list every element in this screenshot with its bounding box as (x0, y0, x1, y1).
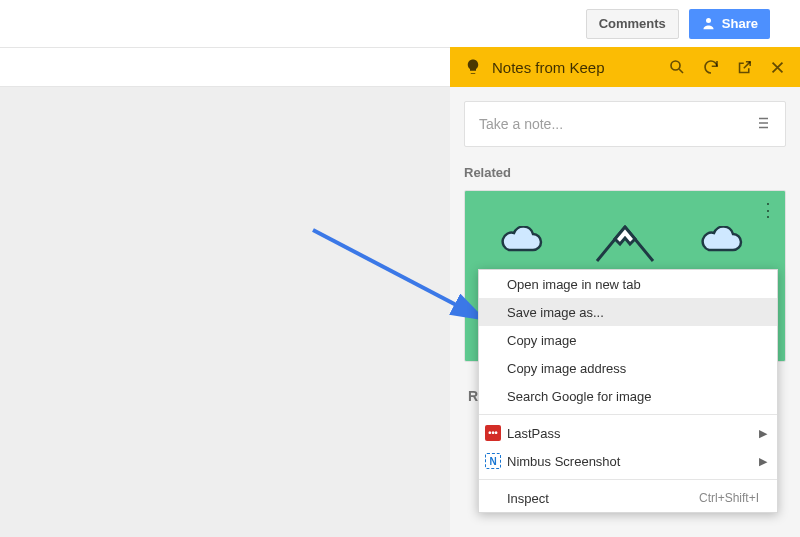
related-label: Related (464, 165, 786, 180)
refresh-icon[interactable] (702, 58, 720, 76)
menu-lastpass[interactable]: ••• LastPass ▶ (479, 419, 777, 447)
keep-header: Notes from Keep (450, 47, 800, 87)
share-button[interactable]: Share (689, 9, 770, 39)
annotation-arrow (308, 225, 498, 335)
truncated-section-label: R (468, 388, 478, 404)
share-label: Share (722, 16, 758, 31)
menu-separator (479, 479, 777, 480)
comments-button[interactable]: Comments (586, 9, 679, 39)
menu-search-google[interactable]: Search Google for image (479, 382, 777, 410)
close-icon[interactable] (769, 59, 786, 76)
cloud-icon (695, 226, 745, 256)
cloud-icon (495, 226, 545, 256)
lightbulb-icon (464, 58, 482, 76)
more-icon[interactable]: ⋮ (759, 199, 777, 221)
menu-inspect[interactable]: Inspect Ctrl+Shift+I (479, 484, 777, 512)
top-toolbar: Comments Share (0, 0, 800, 47)
keep-title: Notes from Keep (492, 59, 652, 76)
nimbus-icon: N (485, 453, 501, 469)
lastpass-icon: ••• (485, 425, 501, 441)
mountain-icon (593, 221, 657, 265)
shortcut-label: Ctrl+Shift+I (699, 491, 759, 505)
chevron-right-icon: ▶ (759, 427, 767, 440)
svg-line-2 (313, 230, 483, 319)
menu-open-image[interactable]: Open image in new tab (479, 270, 777, 298)
take-note-input[interactable]: Take a note... (464, 101, 786, 147)
context-menu: Open image in new tab Save image as... C… (478, 269, 778, 513)
menu-copy-image-address[interactable]: Copy image address (479, 354, 777, 382)
search-icon[interactable] (668, 58, 686, 76)
list-icon[interactable] (753, 114, 771, 135)
svg-point-0 (706, 18, 711, 23)
menu-copy-image[interactable]: Copy image (479, 326, 777, 354)
open-external-icon[interactable] (736, 59, 753, 76)
chevron-right-icon: ▶ (759, 455, 767, 468)
menu-nimbus[interactable]: N Nimbus Screenshot ▶ (479, 447, 777, 475)
note-placeholder: Take a note... (479, 116, 753, 132)
menu-save-image-as[interactable]: Save image as... (479, 298, 777, 326)
menu-separator (479, 414, 777, 415)
svg-point-1 (671, 61, 680, 70)
person-icon (701, 16, 716, 31)
